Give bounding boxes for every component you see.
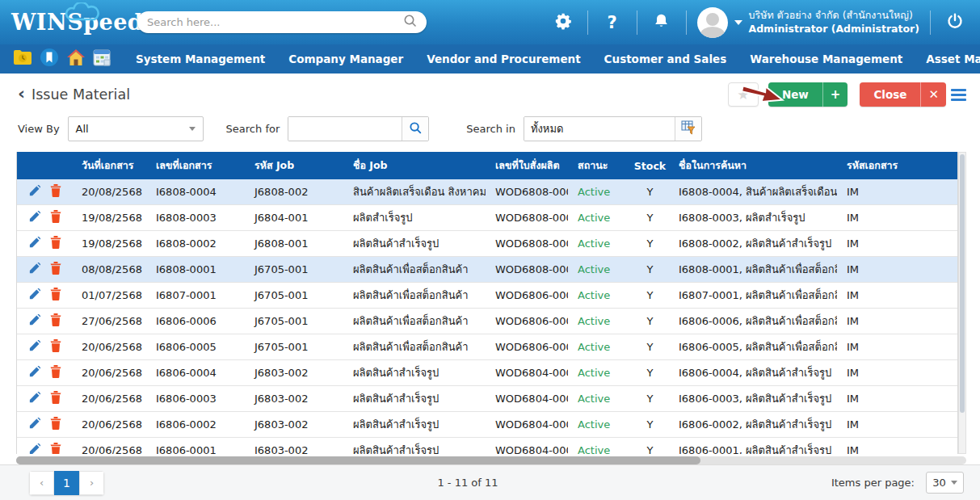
global-search[interactable] [137, 11, 427, 33]
column-job-name[interactable]: ชื่อ Job [343, 158, 486, 174]
cell-job-name: ผลิตสินค้าเพื่อสต็อกสินค้า [343, 313, 486, 330]
table-row[interactable]: 19/08/2568 I6808-0003 J6804-001 ผลิตสำเร… [17, 205, 957, 231]
delete-button[interactable] [50, 365, 61, 380]
recent-button[interactable] [13, 48, 32, 70]
cell-doc-code: IM [837, 367, 957, 379]
menu-toggle-button[interactable] [951, 86, 966, 103]
cell-stock: Y [631, 418, 669, 431]
column-wo-no[interactable]: เลขที่ใบสั่งผลิต [486, 158, 568, 174]
search-for-input[interactable] [288, 117, 402, 141]
close-x-icon[interactable]: ✕ [920, 82, 946, 107]
cloud-icon [61, 2, 103, 25]
column-doc-no[interactable]: เลขที่เอกสาร [146, 158, 245, 174]
logo[interactable]: WINSpeed [11, 2, 132, 43]
cell-stock: Y [631, 237, 669, 250]
table-row[interactable]: 20/06/2568 I6806-0003 J6803-002 ผลิตสินค… [17, 386, 957, 412]
edit-button[interactable] [28, 366, 40, 380]
table-row[interactable]: 19/08/2568 I6808-0002 J6808-001 ผลิตสินค… [17, 231, 957, 257]
next-page-button[interactable]: › [79, 471, 104, 495]
settings-button[interactable] [549, 9, 577, 36]
trash-icon [50, 288, 61, 303]
column-doc-code[interactable]: รหัสเอกสาร [837, 158, 957, 174]
cell-job-name: สินค้าผลิตเสร็จเดือน สิงหาคม [343, 183, 486, 200]
top-header: WINSpeed ? [0, 0, 980, 44]
cell-doc-code: IM [837, 418, 957, 431]
menu-customer-sales[interactable]: Customer and Sales [604, 53, 727, 65]
delete-button[interactable] [50, 443, 61, 454]
new-plus-icon[interactable]: + [822, 82, 848, 107]
bookmarks-button[interactable] [40, 48, 59, 70]
delete-button[interactable] [50, 313, 61, 329]
help-button[interactable]: ? [599, 9, 626, 36]
edit-button[interactable] [28, 340, 40, 355]
menu-system-management[interactable]: System Management [136, 53, 265, 65]
close-button[interactable]: Close ✕ [860, 82, 946, 107]
delete-button[interactable] [50, 184, 61, 200]
delete-button[interactable] [50, 236, 61, 251]
menu-warehouse-management[interactable]: Warehouse Management [750, 53, 902, 65]
horizontal-scrollbar[interactable] [16, 456, 966, 464]
horizontal-scrollbar-thumb[interactable] [16, 456, 700, 464]
edit-button[interactable] [28, 314, 40, 329]
divider [587, 11, 588, 35]
search-submit-button[interactable] [402, 117, 428, 141]
user-menu[interactable]: บริษัท ตัวอย่าง จำกัด (สำนักงานใหญ่) Adm… [697, 7, 920, 38]
vertical-scrollbar-thumb[interactable] [960, 154, 965, 413]
menu-vendor-procurement[interactable]: Vendor and Procurement [427, 53, 580, 65]
delete-button[interactable] [50, 391, 61, 406]
table-row[interactable]: 08/08/2568 I6808-0001 J6705-001 ผลิตสินค… [17, 257, 957, 283]
edit-button[interactable] [28, 185, 40, 200]
pencil-icon [28, 340, 40, 355]
search-in-input[interactable] [524, 117, 675, 141]
star-icon: ★ [737, 86, 749, 103]
column-search-name[interactable]: ชื่อในการค้นหา [669, 158, 837, 174]
global-search-input[interactable] [147, 16, 403, 28]
edit-button[interactable] [28, 443, 40, 455]
table-row[interactable]: 01/07/2568 I6807-0001 J6705-001 ผลิตสินค… [17, 283, 957, 309]
table-row[interactable]: 20/08/2568 I6808-0004 J6808-002 สินค้าผล… [17, 179, 957, 205]
new-button[interactable]: New + [768, 82, 848, 107]
prev-page-button[interactable]: ‹ [29, 471, 54, 495]
delete-button[interactable] [50, 339, 61, 355]
search-in-filter-button[interactable] [675, 117, 701, 141]
edit-button[interactable] [28, 418, 40, 432]
items-per-page-select[interactable]: 30 [926, 472, 964, 494]
column-date[interactable]: วันที่เอกสาร [72, 158, 146, 174]
edit-button[interactable] [28, 237, 40, 251]
table-row[interactable]: 20/06/2568 I6806-0002 J6803-002 ผลิตสินค… [17, 412, 957, 438]
cell-doc-no: I6806-0005 [146, 341, 245, 353]
home-button[interactable] [66, 48, 86, 70]
table-row[interactable]: 20/06/2568 I6806-0004 J6803-002 ผลิตสินค… [17, 360, 957, 386]
back-button[interactable]: ‹ [18, 85, 25, 103]
calendar-button[interactable] [93, 48, 111, 70]
vertical-scrollbar[interactable] [958, 152, 966, 454]
table-row[interactable]: 20/06/2568 I6806-0005 J6705-001 ผลิตสินค… [17, 334, 957, 360]
menu-company-manager[interactable]: Company Manager [288, 53, 403, 65]
delete-button[interactable] [50, 417, 61, 432]
new-button-label[interactable]: New [768, 82, 822, 107]
delete-button[interactable] [50, 262, 61, 277]
page-number-button[interactable]: 1 [54, 471, 79, 495]
cell-job-name: ผลิตสินค้าเพื่อสต็อกสินค้า [343, 338, 486, 355]
cell-doc-code: IM [837, 341, 957, 353]
column-stock[interactable]: Stock [631, 160, 669, 172]
edit-button[interactable] [28, 263, 40, 277]
cell-wo-no: WOD6804-00003 [486, 367, 568, 379]
view-by-dropdown[interactable]: All [68, 116, 204, 141]
notifications-button[interactable] [648, 9, 675, 36]
logout-button[interactable] [941, 9, 969, 36]
close-button-label[interactable]: Close [860, 82, 920, 107]
delete-button[interactable] [50, 288, 61, 303]
column-status[interactable]: สถานะ [568, 158, 631, 174]
favorite-button[interactable]: ★ [728, 82, 759, 107]
table-row[interactable]: 20/06/2568 I6806-0001 J6803-002 ผลิตสินค… [17, 438, 957, 454]
edit-button[interactable] [28, 211, 40, 225]
search-icon[interactable] [403, 14, 417, 31]
cell-wo-no: WOD6808-00002 [486, 237, 568, 250]
table-row[interactable]: 27/06/2568 I6806-0006 J6705-001 ผลิตสินค… [17, 309, 957, 334]
column-job-code[interactable]: รหัส Job [245, 158, 343, 174]
edit-button[interactable] [28, 392, 40, 406]
delete-button[interactable] [50, 210, 61, 225]
edit-button[interactable] [28, 288, 40, 303]
menu-asset-management[interactable]: Asset Management [926, 53, 980, 65]
